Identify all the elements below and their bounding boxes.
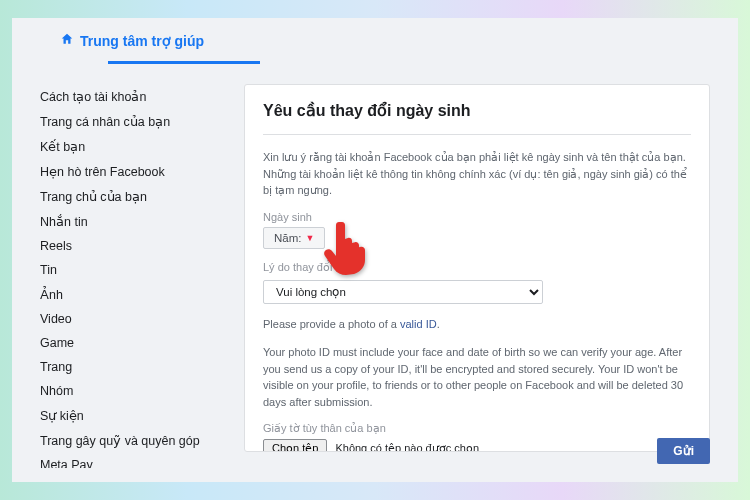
file-status: Không có tệp nào được chọn [335, 442, 479, 452]
page-title: Yêu cầu thay đổi ngày sinh [263, 101, 691, 120]
submit-button[interactable]: Gửi [657, 438, 710, 464]
main-panel: Yêu cầu thay đổi ngày sinh Xin lưu ý rằn… [244, 84, 710, 452]
valid-id-link[interactable]: valid ID [400, 318, 437, 330]
reason-select[interactable]: Vui lòng chọn [263, 280, 543, 304]
year-dropdown-label: Năm: [274, 232, 301, 244]
reason-label: Lý do thay đổi này [263, 261, 691, 274]
sidebar-item[interactable]: Video [40, 307, 220, 331]
sidebar-item[interactable]: Sự kiện [40, 403, 220, 428]
id-label: Giấy tờ tùy thân của bạn [263, 422, 691, 435]
sidebar-item[interactable]: Reels [40, 234, 220, 258]
help-center-label: Trung tâm trợ giúp [80, 33, 204, 49]
notice-text: Xin lưu ý rằng tài khoản Facebook của bạ… [263, 149, 691, 199]
sidebar-item[interactable]: Nhắn tin [40, 209, 220, 234]
sidebar-item[interactable]: Cách tạo tài khoản [40, 84, 220, 109]
sidebar-item[interactable]: Trang chủ của bạn [40, 184, 220, 209]
sidebar-item[interactable]: Nhóm [40, 379, 220, 403]
sidebar-item[interactable]: Trang [40, 355, 220, 379]
sidebar-item[interactable]: Ảnh [40, 282, 220, 307]
sidebar-item[interactable]: Hẹn hò trên Facebook [40, 159, 220, 184]
tab-underline [108, 61, 260, 64]
birthday-label: Ngày sinh [263, 211, 691, 223]
photo-info: Your photo ID must include your face and… [263, 344, 691, 410]
caret-down-icon: ▼ [305, 233, 314, 243]
divider [263, 134, 691, 135]
photo-prompt: Please provide a photo of a valid ID. [263, 316, 691, 333]
sidebar-item[interactable]: Trang cá nhân của bạn [40, 109, 220, 134]
sidebar-item[interactable]: Kết bạn [40, 134, 220, 159]
help-center-link[interactable]: Trung tâm trợ giúp [60, 32, 204, 49]
home-icon [60, 32, 74, 49]
sidebar-item[interactable]: Meta Pay [40, 453, 220, 468]
year-dropdown[interactable]: Năm: ▼ [263, 227, 325, 249]
sidebar-item[interactable]: Tin [40, 258, 220, 282]
sidebar-item[interactable]: Game [40, 331, 220, 355]
sidebar-item[interactable]: Trang gây quỹ và quyên góp [40, 428, 220, 453]
choose-file-button[interactable]: Chọn tệp [263, 439, 327, 452]
sidebar: Cách tạo tài khoản Trang cá nhân của bạn… [40, 68, 220, 468]
